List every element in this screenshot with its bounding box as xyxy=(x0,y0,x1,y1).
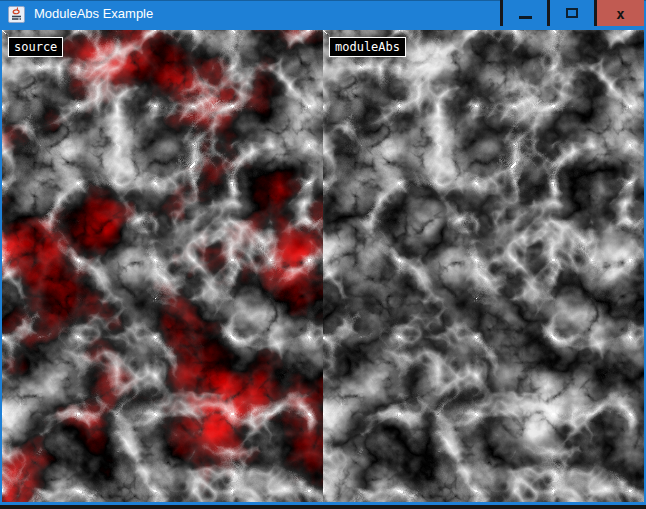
app-window: ModuleAbs Example x xyxy=(0,0,646,505)
window-controls: x xyxy=(500,0,644,26)
window-title: ModuleAbs Example xyxy=(34,0,153,28)
maximize-icon xyxy=(566,8,578,18)
close-icon: x xyxy=(616,7,624,21)
image-label: moduleAbs xyxy=(329,37,406,57)
minimize-button[interactable] xyxy=(503,0,547,26)
moduleabs-noise-image xyxy=(323,30,644,502)
maximize-button[interactable] xyxy=(550,0,594,26)
source-image-panel: source xyxy=(2,30,323,502)
image-label: source xyxy=(8,37,63,57)
render-area: source xyxy=(2,30,644,502)
close-button[interactable]: x xyxy=(597,0,644,26)
source-noise-image xyxy=(2,30,323,502)
java-coffee-cup-icon xyxy=(8,6,25,23)
moduleabs-image-panel: moduleAbs xyxy=(323,30,644,502)
title-bar[interactable]: ModuleAbs Example x xyxy=(0,0,646,30)
minimize-icon xyxy=(519,16,532,19)
